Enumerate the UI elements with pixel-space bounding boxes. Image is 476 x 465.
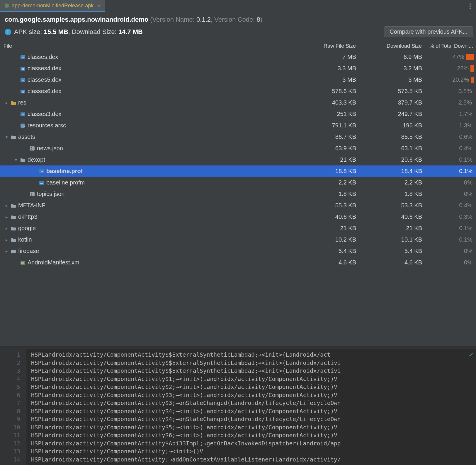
svg-point-5 [470,8,471,9]
tab-overflow-menu[interactable] [464,0,476,12]
column-header-file[interactable]: File [0,43,294,49]
percent-bar [466,54,474,60]
chevron-right-icon[interactable]: ▸ [4,203,9,208]
file-name: okhttp3 [18,213,38,220]
raw-size: 55.3 KB [294,202,360,209]
line-number: 13 [0,447,20,456]
code-line: HSPLandroidx/activity/ComponentActivity$… [31,383,476,391]
download-size: 18.4 KB [360,168,426,175]
tree-row[interactable]: 01classes5.dex3 MB3 MB20.2% [0,74,476,86]
tree-row[interactable]: ▾dexopt21 KB20.6 KB0.1% [0,154,476,165]
svg-text:?: ? [23,126,25,128]
code-line: HSPLandroidx/activity/ComponentActivity$… [31,375,476,383]
chevron-right-icon[interactable]: ▸ [4,215,9,219]
percent-value: 0.4% [455,202,472,209]
download-size: 3.2 MB [360,65,426,72]
raw-size: 21 KB [294,225,360,232]
tree-row[interactable]: ▸okhttp340.6 KB40.6 KB0.3% [0,211,476,223]
folder-icon [20,157,26,163]
file-tree[interactable]: 01classes.dex7 MB6.9 MB47%01classes4.dex… [0,51,476,346]
tree-row[interactable]: ▸META-INF55.3 KB53.3 KB0.4% [0,200,476,211]
tree-row[interactable]: 01classes3.dex251 KB249.7 KB1.7% [0,108,476,120]
tree-row[interactable]: MFAndroidManifest.xml4.6 KB4.6 KB0% [0,257,476,268]
percent-value: 0% [455,191,472,197]
compare-apk-button[interactable]: Compare with previous APK... [384,26,473,37]
column-header-raw-size[interactable]: Raw File Size [294,43,360,49]
json-icon: { } [29,191,35,197]
tree-row[interactable]: ?resources.arsc791.1 KB196 KB1.3% [0,120,476,131]
tree-row[interactable]: { }news.json63.9 KB63.1 KB0.4% [0,143,476,154]
chevron-down-icon[interactable]: ▾ [13,158,18,162]
line-number: 6 [0,391,20,399]
prof-icon: HPR [39,180,45,186]
tree-row[interactable]: ▸res403.3 KB379.7 KB2.5% [0,97,476,108]
package-name: com.google.samples.apps.nowinandroid.dem… [5,16,148,23]
line-number: 11 [0,431,20,440]
tree-row[interactable]: ▸firebase5.4 KB5.4 KB0% [0,245,476,257]
tree-row[interactable]: HPRbaseline.prof18.8 KB18.4 KB0.1% [0,165,476,177]
raw-size: 63.9 KB [294,145,360,152]
code-gutter: 1234567891011121314 [0,349,26,465]
prof-icon: HPR [39,168,45,174]
apk-size-label: APK size: [14,28,44,35]
code-line: HSPLandroidx/activity/ComponentActivity$… [31,359,476,367]
raw-size: 18.8 KB [294,168,360,175]
percent-value: 0.1% [455,156,472,163]
file-name: classes.dex [28,54,58,60]
download-size: 576.5 KB [360,88,426,95]
line-number: 1 [0,351,20,359]
raw-size: 4.6 KB [294,259,360,266]
file-name: google [18,225,36,232]
line-number: 9 [0,415,20,423]
json-icon: { } [29,146,35,151]
tree-row[interactable]: 01classes6.dex578.6 KB576.5 KB3.8% [0,86,476,97]
code-content[interactable]: ✔ HSPLandroidx/activity/ComponentActivit… [26,349,476,465]
column-header-percent[interactable]: % of Total Downl... [426,43,476,49]
chevron-right-icon[interactable]: ▸ [4,237,9,242]
percent-value: 0% [455,259,472,266]
download-size: 21 KB [360,225,426,232]
tree-row[interactable]: ▸kotlin10.2 KB10.1 KB0.1% [0,234,476,245]
percent-value: 0% [455,179,472,186]
raw-size: 21 KB [294,156,360,163]
dex-icon: 01 [20,66,26,71]
svg-text:01: 01 [22,57,24,59]
code-line: HSPLandroidx/activity/ComponentActivity$… [31,431,476,440]
raw-size: 403.3 KB [294,99,360,106]
raw-size: 10.2 KB [294,236,360,243]
code-line: HSPLandroidx/activity/ComponentActivity;… [31,456,476,464]
tree-row[interactable]: 01classes4.dex3.3 MB3.2 MB22% [0,63,476,74]
line-number: 5 [0,383,20,391]
percent-value: 0.1% [455,236,472,243]
version-code-label: , Version Code: [211,16,257,23]
file-name: news.json [37,145,63,152]
editor-tab-title: app-demo-nonMinifiedRelease.apk [12,3,93,9]
tree-row[interactable]: HPRbaseline.profm2.2 KB2.2 KB0% [0,177,476,188]
tree-row[interactable]: ▸google21 KB21 KB0.1% [0,223,476,234]
editor-tab-apk[interactable]: app-demo-nonMinifiedRelease.apk ✕ [0,0,105,12]
raw-size: 1.8 KB [294,191,360,197]
tree-row[interactable]: 01classes.dex7 MB6.9 MB47% [0,51,476,63]
svg-text:01: 01 [22,79,24,81]
close-icon[interactable]: ✕ [97,3,101,8]
panel-divider[interactable] [0,346,476,349]
download-size: 249.7 KB [360,111,426,117]
tree-row[interactable]: ▾assets86.7 KB85.5 KB0.6% [0,131,476,143]
arsc-icon: ? [20,123,26,129]
dex-icon: 01 [20,77,26,83]
folder-icon [11,248,16,254]
folder-icon [11,225,16,231]
code-line: HSPLandroidx/activity/ComponentActivity$… [31,415,476,423]
dex-icon: 01 [20,88,26,94]
code-line: HSPLandroidx/activity/ComponentActivity$… [31,440,476,448]
tree-row[interactable]: { }topics.json1.8 KB1.8 KB0% [0,188,476,200]
percent-value: 0.4% [455,145,472,152]
chevron-down-icon[interactable]: ▾ [4,135,9,139]
download-size: 196 KB [360,122,426,129]
chevron-right-icon[interactable]: ▸ [4,100,9,105]
folder-icon [11,237,16,243]
column-header-download-size[interactable]: Download Size [360,43,426,49]
raw-size: 3 MB [294,76,360,83]
chevron-right-icon[interactable]: ▸ [4,226,9,231]
chevron-right-icon[interactable]: ▸ [4,249,9,254]
